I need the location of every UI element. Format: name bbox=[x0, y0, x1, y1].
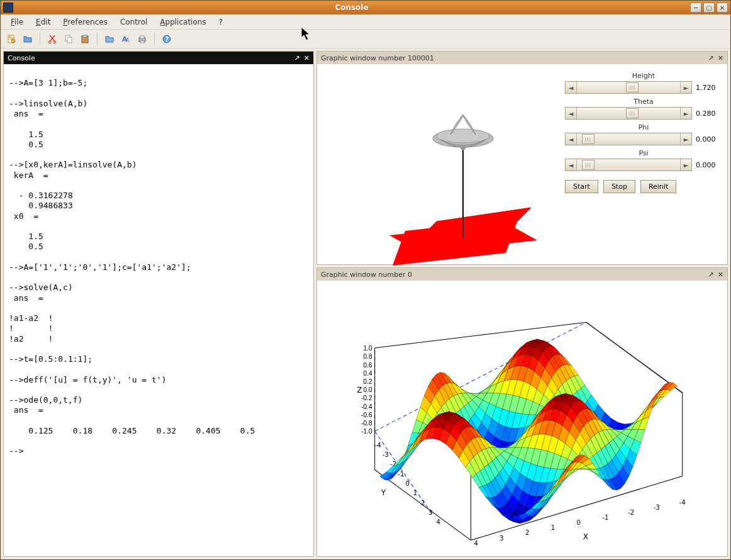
console-panel: Console ↗ ✕ -->A=[3 1];b=-5; -->linsolve… bbox=[3, 51, 314, 557]
svg-text:Z: Z bbox=[357, 386, 362, 395]
svg-text:?: ? bbox=[165, 36, 169, 43]
gw0-undock-icon[interactable]: ↗ bbox=[708, 271, 714, 279]
titlebar[interactable]: Console ─ ▢ ✕ bbox=[1, 1, 730, 14]
psi-slider-thumb[interactable] bbox=[582, 160, 594, 170]
svg-text:1.0: 1.0 bbox=[363, 345, 372, 352]
svg-line-32 bbox=[586, 322, 683, 393]
app-icon bbox=[3, 3, 13, 13]
svg-text:-1: -1 bbox=[398, 471, 404, 478]
svg-text:0.6: 0.6 bbox=[363, 362, 372, 369]
gw1-canvas[interactable]: Height ◄ ► 1.720 Theta bbox=[317, 64, 727, 264]
top-body bbox=[433, 115, 493, 150]
menu-help[interactable]: ? bbox=[214, 16, 228, 28]
menu-edit-label: dit bbox=[41, 18, 51, 26]
gw1-titlebar[interactable]: Graphic window number 100001 ↗ ✕ bbox=[317, 52, 727, 64]
svg-text:-4: -4 bbox=[679, 499, 686, 506]
folder-button[interactable] bbox=[103, 32, 116, 46]
height-slider-left[interactable]: ◄ bbox=[566, 82, 577, 93]
print-button[interactable] bbox=[135, 32, 149, 46]
svg-text:X: X bbox=[583, 532, 588, 541]
menu-file-label: ile bbox=[14, 18, 23, 26]
svg-text:0.4: 0.4 bbox=[363, 370, 372, 377]
psi-slider-right[interactable]: ► bbox=[680, 159, 691, 171]
psi-slider-left[interactable]: ◄ bbox=[566, 159, 577, 171]
svg-text:3: 3 bbox=[499, 535, 503, 542]
graphic-window-0-panel: Graphic window number 0 ↗ ✕ bbox=[316, 267, 728, 557]
console-panel-titlebar[interactable]: Console ↗ ✕ bbox=[4, 52, 313, 64]
close-button[interactable]: ✕ bbox=[717, 3, 728, 13]
spinning-top-scene bbox=[330, 77, 594, 278]
phi-slider[interactable]: ◄ ► bbox=[565, 133, 692, 145]
gw1-undock-icon[interactable]: ↗ bbox=[708, 54, 714, 62]
right-column: Graphic window number 100001 ↗ ✕ bbox=[316, 51, 728, 557]
height-slider[interactable]: ◄ ► bbox=[565, 81, 692, 94]
svg-text:-0.8: -0.8 bbox=[361, 420, 372, 427]
phi-slider-right[interactable]: ► bbox=[680, 133, 691, 145]
main-window: Console ─ ▢ ✕ File Edit Preferences Cont… bbox=[0, 0, 731, 560]
svg-text:Y: Y bbox=[381, 488, 386, 497]
cut-button[interactable] bbox=[45, 32, 59, 46]
phi-slider-left[interactable]: ◄ bbox=[566, 133, 577, 145]
copy-button[interactable] bbox=[62, 32, 75, 46]
menu-control[interactable]: Control bbox=[115, 16, 152, 28]
svg-text:4: 4 bbox=[436, 518, 440, 525]
minimize-button[interactable]: ─ bbox=[690, 3, 701, 13]
phi-slider-thumb[interactable] bbox=[582, 134, 594, 144]
theta-slider[interactable]: ◄ ► bbox=[565, 107, 692, 120]
svg-text:0.2: 0.2 bbox=[363, 378, 372, 385]
svg-text:0.8: 0.8 bbox=[363, 353, 372, 360]
paste-button[interactable] bbox=[78, 32, 92, 46]
gw0-canvas[interactable]: 1.0 0.8 0.6 0.4 0.2 0.0 -0.2 -0.4 -0.6 -… bbox=[317, 281, 727, 556]
open-file-button[interactable] bbox=[21, 32, 35, 46]
toolbar-separator-3 bbox=[154, 33, 155, 45]
start-button[interactable]: Start bbox=[565, 180, 598, 193]
phi-value: 0.000 bbox=[696, 135, 722, 143]
console-panel-title: Console bbox=[8, 54, 35, 62]
theta-slider-thumb[interactable] bbox=[626, 108, 639, 118]
svg-text:-0.2: -0.2 bbox=[361, 395, 372, 401]
workspace: Console ↗ ✕ -->A=[3 1];b=-5; -->linsolve… bbox=[1, 48, 730, 559]
svg-text:2: 2 bbox=[421, 500, 425, 507]
svg-rect-12 bbox=[140, 41, 144, 43]
menu-edit[interactable]: Edit bbox=[31, 16, 55, 28]
height-slider-right[interactable]: ► bbox=[680, 82, 691, 93]
svg-text:2: 2 bbox=[525, 529, 529, 536]
stop-button[interactable]: Stop bbox=[603, 180, 635, 193]
svg-text:-2: -2 bbox=[628, 509, 634, 516]
help-button[interactable]: ? bbox=[160, 32, 174, 46]
gw0-close-icon[interactable]: ✕ bbox=[718, 271, 723, 279]
theta-value: 0.280 bbox=[696, 109, 722, 118]
psi-slider[interactable]: ◄ ► bbox=[565, 159, 692, 171]
height-slider-thumb[interactable] bbox=[626, 82, 639, 92]
menu-applications[interactable]: Applications bbox=[155, 16, 211, 28]
gw1-close-icon[interactable]: ✕ bbox=[718, 54, 723, 62]
theta-slider-left[interactable]: ◄ bbox=[566, 108, 577, 119]
svg-text:-1.0: -1.0 bbox=[361, 428, 372, 435]
theta-label: Theta bbox=[565, 95, 722, 106]
menu-prefs-label: references bbox=[67, 18, 108, 26]
svg-point-22 bbox=[437, 129, 489, 143]
height-value: 1.720 bbox=[696, 84, 722, 92]
font-button[interactable]: AA bbox=[119, 32, 133, 46]
window-title: Console bbox=[13, 3, 690, 12]
svg-text:-0.4: -0.4 bbox=[361, 403, 372, 410]
graphic-window-1-panel: Graphic window number 100001 ↗ ✕ bbox=[316, 51, 728, 265]
svg-point-1 bbox=[11, 39, 15, 43]
svg-text:0: 0 bbox=[577, 519, 581, 526]
menu-file[interactable]: File bbox=[6, 16, 28, 28]
svg-text:-4: -4 bbox=[375, 442, 381, 449]
svg-text:1: 1 bbox=[413, 490, 417, 496]
height-label: Height bbox=[565, 69, 722, 80]
undock-icon[interactable]: ↗ bbox=[294, 54, 300, 62]
psi-label: Psi bbox=[565, 147, 722, 157]
maximize-button[interactable]: ▢ bbox=[703, 3, 715, 13]
menu-preferences[interactable]: Preferences bbox=[58, 16, 113, 28]
svg-text:1: 1 bbox=[551, 524, 555, 531]
theta-slider-right[interactable]: ► bbox=[680, 108, 691, 119]
reinit-button[interactable]: Reinit bbox=[640, 180, 676, 193]
phi-label: Phi bbox=[565, 121, 722, 132]
panel-close-icon[interactable]: ✕ bbox=[304, 54, 310, 62]
new-file-button[interactable] bbox=[4, 32, 18, 46]
console-output[interactable]: -->A=[3 1];b=-5; -->linsolve(A,b) ans = … bbox=[4, 64, 313, 556]
menubar: File Edit Preferences Control Applicatio… bbox=[1, 14, 730, 30]
